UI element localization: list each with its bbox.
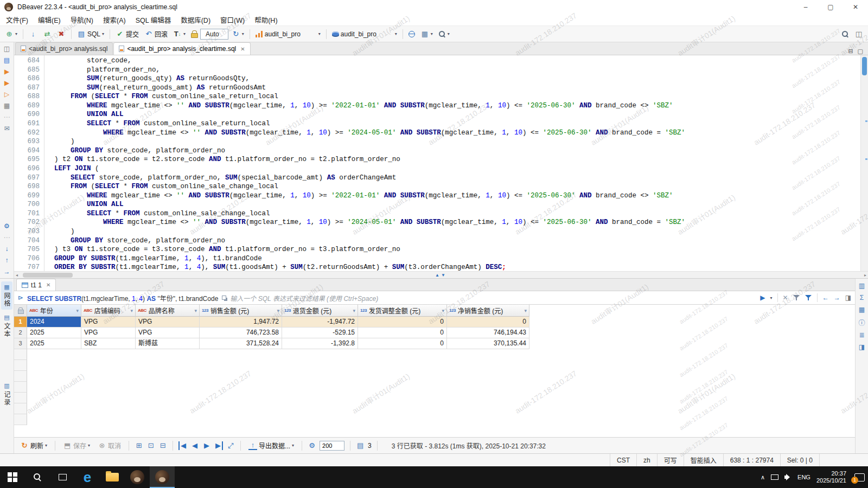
clear-filter-icon[interactable]: ✕: [783, 294, 788, 301]
execute-new-tab-icon[interactable]: ▷: [2, 90, 12, 99]
minimize-button[interactable]: –: [793, 0, 818, 14]
menu-item[interactable]: 编辑(E): [33, 14, 66, 26]
close-tab-icon[interactable]: ✕: [240, 46, 245, 52]
scrollbar-thumb[interactable]: [862, 57, 867, 75]
dbeaver-taskbar-button-active[interactable]: [150, 466, 175, 488]
editor-tab-1[interactable]: <audit_bi_pro> analysis_cleartime.sql✕: [113, 42, 250, 55]
row-number[interactable]: 1: [14, 317, 27, 328]
filter-history-back-icon[interactable]: ←: [822, 294, 829, 301]
previous-row-icon[interactable]: ◀: [190, 441, 199, 450]
auto-refresh-button[interactable]: ↻▾: [229, 29, 246, 40]
result-grid[interactable]: ABC年份▾ABC店铺编码▾ABC品牌名称▾123销售金额 (元)▾123退货金…: [14, 305, 855, 437]
close-tab-icon[interactable]: ✕: [46, 282, 50, 288]
fetch-all-icon[interactable]: ⤢: [226, 441, 235, 450]
edge-taskbar-button[interactable]: e: [75, 466, 100, 488]
maximize-button[interactable]: ▢: [818, 0, 843, 14]
references-panel-icon[interactable]: ≣: [859, 331, 864, 339]
delete-row-icon[interactable]: ⊟: [158, 441, 167, 450]
editor-vertical-scrollbar[interactable]: [860, 55, 868, 271]
chevron-down-icon[interactable]: ▾: [770, 296, 773, 300]
filters-menu-icon[interactable]: [805, 294, 812, 301]
sort-dropdown-icon[interactable]: ▾: [194, 308, 197, 313]
tray-expand-icon[interactable]: ∧: [761, 474, 765, 481]
database-tasks-button[interactable]: ▦▾: [418, 29, 435, 40]
execute-statement-icon[interactable]: ▶: [2, 67, 12, 76]
panel-toggle-icon[interactable]: ◨: [845, 294, 851, 301]
grid-cell[interactable]: 斯搏兹: [136, 338, 200, 349]
grid-cell[interactable]: 371,528.24: [200, 338, 282, 349]
remove-filter-icon[interactable]: [793, 294, 800, 301]
new-sql-editor-button[interactable]: ▤SQL▾: [75, 29, 106, 40]
duplicate-row-icon[interactable]: ⊡: [146, 441, 155, 450]
column-header-0[interactable]: ABC年份▾: [27, 305, 81, 317]
restore-panel-icon[interactable]: ◫: [2, 44, 12, 53]
grid-cell[interactable]: 1,947.72: [200, 317, 282, 328]
open-perspective-button[interactable]: ◫: [852, 29, 865, 40]
maximize-view-icon[interactable]: ▢: [858, 48, 863, 55]
transaction-mode-button[interactable]: T↓▾: [171, 29, 188, 40]
connection-selector[interactable]: audit_bi_pro▾: [253, 29, 323, 39]
grid-cell[interactable]: 0: [447, 317, 529, 328]
menu-item[interactable]: 导航(N): [66, 14, 98, 26]
expand-filter-icon[interactable]: [222, 296, 226, 300]
gear-icon[interactable]: ⚙: [308, 441, 316, 450]
save-button[interactable]: ⬒保存▾: [61, 440, 92, 451]
result-tab[interactable]: t1 1 ✕: [16, 279, 56, 291]
sql-editor[interactable]: 6846856866876886896906916926936946956966…: [14, 55, 868, 271]
quick-access-search-button[interactable]: [839, 29, 851, 39]
filter-placeholder[interactable]: 输入一个 SQL 表达式来过滤结果 (使用 Ctrl+Space): [230, 293, 378, 303]
grid-cell[interactable]: 0: [358, 338, 447, 349]
open-connection-button[interactable]: ↓: [27, 29, 40, 40]
row-number[interactable]: 2: [14, 328, 27, 338]
grouping-panel-icon[interactable]: ▦: [859, 306, 865, 313]
menu-item[interactable]: 文件(F): [1, 14, 33, 26]
menu-item[interactable]: SQL 编辑器: [131, 14, 176, 26]
commit-button[interactable]: ✔提交: [113, 28, 141, 40]
file-explorer-button[interactable]: [100, 466, 125, 488]
grid-cell[interactable]: VPG: [136, 328, 200, 338]
menu-item[interactable]: 窗口(W): [215, 14, 250, 26]
menu-item[interactable]: 数据库(D): [176, 14, 215, 26]
grid-cell[interactable]: VPG: [136, 317, 200, 328]
menu-item[interactable]: 搜索(A): [98, 14, 131, 26]
disconnect-button[interactable]: ✖: [55, 29, 68, 40]
new-connection-button[interactable]: ⊕▾: [3, 29, 20, 40]
grid-cell[interactable]: 2025: [27, 328, 81, 338]
grid-cell[interactable]: -1,392.8: [282, 338, 358, 349]
add-row-icon[interactable]: ⊞: [135, 441, 143, 450]
results-side-tab-2[interactable]: ▥记录: [1, 380, 12, 408]
sort-dropdown-icon[interactable]: ▾: [353, 308, 355, 313]
autocommit-lock-button[interactable]: [189, 29, 199, 38]
notification-icon[interactable]: 1: [854, 473, 865, 481]
scrollbar-thumb[interactable]: [23, 273, 73, 278]
grid-cell[interactable]: 2024: [27, 317, 81, 328]
search-button[interactable]: ▾: [436, 29, 452, 39]
clock[interactable]: 20:37 2025/10/21: [816, 470, 846, 484]
close-button[interactable]: ✕: [843, 0, 868, 14]
language-indicator[interactable]: ENG: [797, 474, 810, 480]
fetch-size-input[interactable]: [320, 441, 344, 451]
scroll-right-icon[interactable]: ▸: [863, 272, 868, 278]
grid-cell[interactable]: VPG: [81, 328, 136, 338]
sort-dropdown-icon[interactable]: ▾: [524, 308, 527, 313]
rollback-button[interactable]: ↶回滚: [142, 28, 170, 40]
sql-code-area[interactable]: store_code, platform_order_no, SUM(retur…: [44, 55, 860, 271]
export-data-button[interactable]: ↑导出数据...▾: [246, 440, 296, 451]
grid-cell[interactable]: VPG: [81, 317, 136, 328]
layout-panel-icon[interactable]: ◨: [859, 343, 865, 351]
column-header-2[interactable]: ABC品牌名称▾: [136, 305, 200, 317]
export-file-icon[interactable]: →: [2, 267, 12, 276]
taskbar-search-button[interactable]: [25, 466, 50, 488]
export-result-icon[interactable]: ✉: [2, 124, 12, 133]
grid-cell[interactable]: 2025: [27, 338, 81, 349]
save-file-icon[interactable]: ↓: [2, 245, 12, 253]
column-header-6[interactable]: 123净销售金额 (元)▾: [447, 305, 529, 317]
sort-dropdown-icon[interactable]: ▾: [442, 308, 444, 313]
task-view-button[interactable]: [50, 466, 75, 488]
scroll-left-icon[interactable]: ◂: [14, 272, 20, 278]
grid-cell[interactable]: -529.15: [282, 328, 358, 338]
sort-dropdown-icon[interactable]: ▾: [76, 308, 79, 313]
minimize-view-icon[interactable]: ⊟: [848, 48, 853, 55]
metadata-panel-icon[interactable]: ⓘ: [858, 318, 865, 327]
execute-script-icon[interactable]: ▶: [2, 79, 12, 87]
